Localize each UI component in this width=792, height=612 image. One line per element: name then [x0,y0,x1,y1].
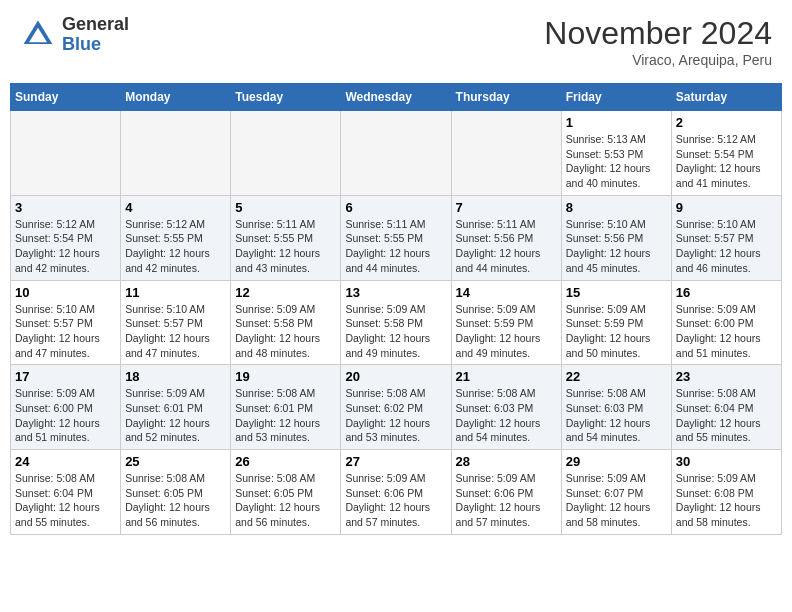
day-info: Sunrise: 5:10 AMSunset: 5:57 PMDaylight:… [676,217,777,276]
calendar-cell: 11Sunrise: 5:10 AMSunset: 5:57 PMDayligh… [121,280,231,365]
day-info: Sunrise: 5:13 AMSunset: 5:53 PMDaylight:… [566,132,667,191]
calendar-cell: 1Sunrise: 5:13 AMSunset: 5:53 PMDaylight… [561,111,671,196]
weekday-header-friday: Friday [561,84,671,111]
day-number: 28 [456,454,557,469]
logo-text: General Blue [62,15,129,55]
logo-icon [20,17,56,53]
day-info: Sunrise: 5:09 AMSunset: 5:58 PMDaylight:… [345,302,446,361]
weekday-header-sunday: Sunday [11,84,121,111]
day-info: Sunrise: 5:08 AMSunset: 6:05 PMDaylight:… [235,471,336,530]
day-info: Sunrise: 5:09 AMSunset: 6:06 PMDaylight:… [345,471,446,530]
calendar-cell: 25Sunrise: 5:08 AMSunset: 6:05 PMDayligh… [121,450,231,535]
day-number: 12 [235,285,336,300]
day-info: Sunrise: 5:09 AMSunset: 6:08 PMDaylight:… [676,471,777,530]
calendar-cell: 17Sunrise: 5:09 AMSunset: 6:00 PMDayligh… [11,365,121,450]
calendar-cell: 27Sunrise: 5:09 AMSunset: 6:06 PMDayligh… [341,450,451,535]
day-number: 11 [125,285,226,300]
weekday-header-row: SundayMondayTuesdayWednesdayThursdayFrid… [11,84,782,111]
day-number: 19 [235,369,336,384]
calendar-cell: 24Sunrise: 5:08 AMSunset: 6:04 PMDayligh… [11,450,121,535]
calendar-cell: 22Sunrise: 5:08 AMSunset: 6:03 PMDayligh… [561,365,671,450]
calendar-cell: 4Sunrise: 5:12 AMSunset: 5:55 PMDaylight… [121,195,231,280]
weekday-header-monday: Monday [121,84,231,111]
day-info: Sunrise: 5:08 AMSunset: 6:01 PMDaylight:… [235,386,336,445]
day-info: Sunrise: 5:08 AMSunset: 6:04 PMDaylight:… [15,471,116,530]
calendar-cell: 3Sunrise: 5:12 AMSunset: 5:54 PMDaylight… [11,195,121,280]
calendar-cell: 16Sunrise: 5:09 AMSunset: 6:00 PMDayligh… [671,280,781,365]
day-info: Sunrise: 5:09 AMSunset: 5:59 PMDaylight:… [566,302,667,361]
calendar-cell: 13Sunrise: 5:09 AMSunset: 5:58 PMDayligh… [341,280,451,365]
logo: General Blue [20,15,129,55]
calendar-cell: 21Sunrise: 5:08 AMSunset: 6:03 PMDayligh… [451,365,561,450]
day-info: Sunrise: 5:12 AMSunset: 5:55 PMDaylight:… [125,217,226,276]
week-row-4: 17Sunrise: 5:09 AMSunset: 6:00 PMDayligh… [11,365,782,450]
day-info: Sunrise: 5:09 AMSunset: 5:58 PMDaylight:… [235,302,336,361]
day-number: 30 [676,454,777,469]
day-number: 3 [15,200,116,215]
day-number: 1 [566,115,667,130]
month-title: November 2024 [544,15,772,52]
weekday-header-thursday: Thursday [451,84,561,111]
calendar-cell: 8Sunrise: 5:10 AMSunset: 5:56 PMDaylight… [561,195,671,280]
day-info: Sunrise: 5:09 AMSunset: 6:00 PMDaylight:… [15,386,116,445]
day-info: Sunrise: 5:11 AMSunset: 5:56 PMDaylight:… [456,217,557,276]
weekday-header-wednesday: Wednesday [341,84,451,111]
week-row-1: 1Sunrise: 5:13 AMSunset: 5:53 PMDaylight… [11,111,782,196]
calendar-cell: 15Sunrise: 5:09 AMSunset: 5:59 PMDayligh… [561,280,671,365]
day-number: 13 [345,285,446,300]
calendar-cell [451,111,561,196]
week-row-2: 3Sunrise: 5:12 AMSunset: 5:54 PMDaylight… [11,195,782,280]
day-number: 22 [566,369,667,384]
weekday-header-saturday: Saturday [671,84,781,111]
day-info: Sunrise: 5:09 AMSunset: 5:59 PMDaylight:… [456,302,557,361]
day-number: 2 [676,115,777,130]
day-number: 21 [456,369,557,384]
weekday-header-tuesday: Tuesday [231,84,341,111]
day-number: 18 [125,369,226,384]
day-info: Sunrise: 5:10 AMSunset: 5:57 PMDaylight:… [15,302,116,361]
day-info: Sunrise: 5:09 AMSunset: 6:07 PMDaylight:… [566,471,667,530]
day-info: Sunrise: 5:08 AMSunset: 6:05 PMDaylight:… [125,471,226,530]
day-number: 15 [566,285,667,300]
week-row-5: 24Sunrise: 5:08 AMSunset: 6:04 PMDayligh… [11,450,782,535]
day-info: Sunrise: 5:10 AMSunset: 5:56 PMDaylight:… [566,217,667,276]
calendar-cell: 23Sunrise: 5:08 AMSunset: 6:04 PMDayligh… [671,365,781,450]
day-number: 8 [566,200,667,215]
week-row-3: 10Sunrise: 5:10 AMSunset: 5:57 PMDayligh… [11,280,782,365]
day-info: Sunrise: 5:09 AMSunset: 6:00 PMDaylight:… [676,302,777,361]
calendar-cell [11,111,121,196]
day-info: Sunrise: 5:11 AMSunset: 5:55 PMDaylight:… [235,217,336,276]
calendar-cell: 26Sunrise: 5:08 AMSunset: 6:05 PMDayligh… [231,450,341,535]
day-number: 5 [235,200,336,215]
day-number: 4 [125,200,226,215]
calendar-cell: 12Sunrise: 5:09 AMSunset: 5:58 PMDayligh… [231,280,341,365]
calendar-cell [231,111,341,196]
day-info: Sunrise: 5:11 AMSunset: 5:55 PMDaylight:… [345,217,446,276]
day-number: 7 [456,200,557,215]
day-number: 25 [125,454,226,469]
day-number: 6 [345,200,446,215]
calendar-cell: 6Sunrise: 5:11 AMSunset: 5:55 PMDaylight… [341,195,451,280]
day-number: 23 [676,369,777,384]
day-info: Sunrise: 5:08 AMSunset: 6:03 PMDaylight:… [456,386,557,445]
day-number: 17 [15,369,116,384]
calendar-cell: 30Sunrise: 5:09 AMSunset: 6:08 PMDayligh… [671,450,781,535]
calendar-cell: 5Sunrise: 5:11 AMSunset: 5:55 PMDaylight… [231,195,341,280]
calendar-cell: 18Sunrise: 5:09 AMSunset: 6:01 PMDayligh… [121,365,231,450]
page-header: General Blue November 2024 Viraco, Arequ… [10,10,782,73]
day-number: 16 [676,285,777,300]
calendar-cell: 14Sunrise: 5:09 AMSunset: 5:59 PMDayligh… [451,280,561,365]
calendar-cell: 19Sunrise: 5:08 AMSunset: 6:01 PMDayligh… [231,365,341,450]
calendar-cell: 10Sunrise: 5:10 AMSunset: 5:57 PMDayligh… [11,280,121,365]
calendar-cell: 29Sunrise: 5:09 AMSunset: 6:07 PMDayligh… [561,450,671,535]
logo-blue-text: Blue [62,34,101,54]
day-number: 9 [676,200,777,215]
calendar-table: SundayMondayTuesdayWednesdayThursdayFrid… [10,83,782,535]
calendar-cell [121,111,231,196]
day-info: Sunrise: 5:12 AMSunset: 5:54 PMDaylight:… [676,132,777,191]
day-info: Sunrise: 5:08 AMSunset: 6:03 PMDaylight:… [566,386,667,445]
day-info: Sunrise: 5:09 AMSunset: 6:01 PMDaylight:… [125,386,226,445]
day-number: 24 [15,454,116,469]
calendar-cell: 2Sunrise: 5:12 AMSunset: 5:54 PMDaylight… [671,111,781,196]
day-number: 20 [345,369,446,384]
